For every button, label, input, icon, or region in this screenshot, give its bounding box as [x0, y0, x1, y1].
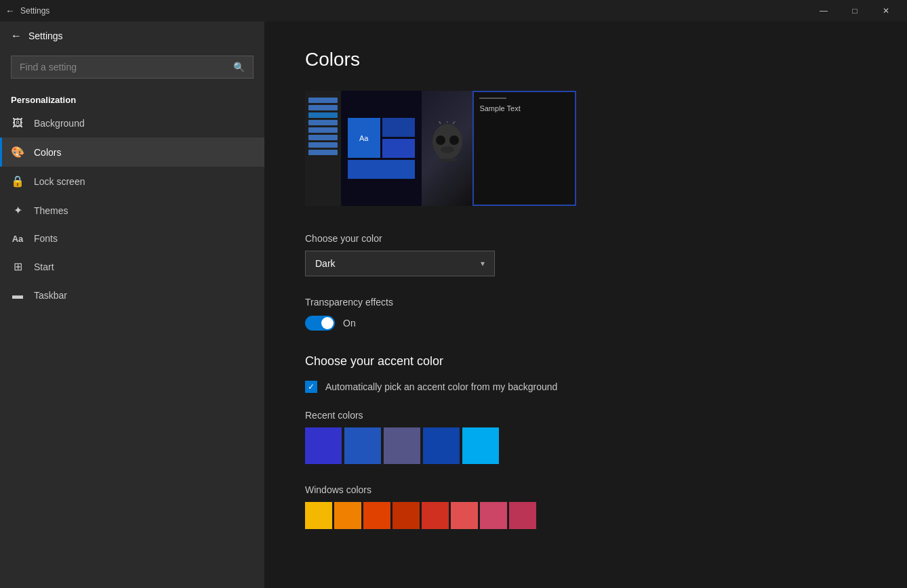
recent-colors-swatches	[305, 427, 866, 464]
sidebar-item-background[interactable]: 🖼 Background	[0, 109, 264, 138]
preview-line	[479, 98, 506, 99]
preview-inner: Aa	[305, 91, 576, 206]
app-body: ← Settings Find a setting 🔍 Personalizat…	[0, 22, 907, 588]
back-icon[interactable]: ←	[5, 5, 15, 16]
toggle-state-label: On	[343, 318, 356, 329]
tiles-grid: Aa	[348, 118, 415, 179]
transparency-toggle[interactable]	[305, 316, 335, 331]
sidebar-item-label-background: Background	[34, 118, 85, 129]
svg-point-2	[449, 135, 459, 145]
color-dropdown[interactable]: Dark ▾	[305, 251, 495, 276]
skull-svg	[427, 121, 468, 175]
sidebar-item-fonts[interactable]: Aa Fonts	[0, 225, 264, 252]
sidebar-item-label-start: Start	[34, 261, 54, 272]
recent-color-swatch-0[interactable]	[305, 427, 342, 464]
background-icon: 🖼	[11, 117, 24, 129]
color-dropdown-value: Dark	[315, 258, 336, 269]
search-box[interactable]: Find a setting 🔍	[11, 56, 254, 79]
page-title: Colors	[305, 49, 866, 70]
auto-pick-checkbox[interactable]: ✓	[305, 381, 317, 393]
sidebar-item-lock-screen[interactable]: 🔒 Lock screen	[0, 167, 264, 196]
search-input[interactable]: Find a setting	[20, 62, 228, 72]
auto-pick-checkbox-row[interactable]: ✓ Automatically pick an accent color fro…	[305, 381, 866, 393]
toggle-row: On	[305, 316, 866, 331]
svg-line-9	[453, 121, 457, 124]
tile-sm-2	[382, 139, 415, 158]
title-bar-controls: — □ ✕	[808, 0, 902, 22]
sidebar-section-label: Personalization	[0, 87, 264, 109]
preview-bar-8	[308, 150, 338, 155]
sidebar-item-label-themes: Themes	[34, 205, 68, 216]
windows-color-swatch-7[interactable]	[509, 502, 536, 529]
preview-bar-3	[308, 112, 338, 118]
sidebar-item-colors[interactable]: 🎨 Colors	[0, 138, 264, 167]
window-title: Settings	[20, 6, 49, 16]
sidebar-app-title: Settings	[28, 30, 63, 41]
windows-color-swatch-1[interactable]	[334, 502, 361, 529]
sidebar-back-button[interactable]: ← Settings	[0, 22, 264, 50]
tile-sm-1	[382, 118, 415, 137]
minimize-button[interactable]: —	[808, 0, 839, 22]
preview-area: Aa	[305, 91, 576, 206]
preview-tiles: Aa	[341, 91, 422, 206]
svg-rect-5	[438, 159, 457, 161]
svg-point-1	[436, 135, 445, 145]
back-arrow-icon: ←	[11, 30, 22, 42]
windows-color-swatch-5[interactable]	[451, 502, 478, 529]
windows-color-swatch-2[interactable]	[363, 502, 390, 529]
preview-bar-2	[308, 105, 338, 110]
sidebar-item-themes[interactable]: ✦ Themes	[0, 196, 264, 225]
windows-color-swatch-4[interactable]	[422, 502, 449, 529]
sidebar: ← Settings Find a setting 🔍 Personalizat…	[0, 22, 264, 588]
search-icon: 🔍	[233, 62, 245, 72]
lock-screen-icon: 🔒	[11, 175, 24, 188]
sidebar-item-label-lock: Lock screen	[34, 176, 85, 187]
svg-point-6	[441, 146, 454, 153]
accent-color-title: Choose your accent color	[305, 354, 866, 369]
colors-icon: 🎨	[11, 146, 24, 159]
themes-icon: ✦	[11, 204, 24, 217]
preview-sample-text: Sample Text	[479, 104, 520, 112]
sidebar-item-start[interactable]: ⊞ Start	[0, 252, 264, 281]
auto-pick-label: Automatically pick an accent color from …	[325, 381, 557, 392]
preview-sidebar-sim	[305, 91, 341, 206]
title-bar-left: ← Settings	[5, 5, 49, 16]
windows-color-swatch-6[interactable]	[480, 502, 507, 529]
windows-color-swatch-3[interactable]	[392, 502, 420, 529]
recent-colors-label: Recent colors	[305, 410, 866, 421]
svg-line-8	[446, 121, 447, 123]
dropdown-arrow-icon: ▾	[481, 259, 485, 268]
start-icon: ⊞	[11, 260, 24, 273]
fonts-icon: Aa	[11, 234, 24, 244]
sidebar-item-label-fonts: Fonts	[34, 233, 58, 244]
recent-color-swatch-1[interactable]	[344, 427, 381, 464]
tile-main: Aa	[348, 118, 380, 158]
recent-color-swatch-2[interactable]	[384, 427, 420, 464]
preview-right-panel: Sample Text	[472, 91, 576, 206]
choose-color-label: Choose your color	[305, 233, 866, 244]
preview-skull-area	[422, 91, 473, 206]
sidebar-item-taskbar[interactable]: ▬ Taskbar	[0, 281, 264, 310]
sidebar-item-label-colors: Colors	[34, 147, 61, 158]
preview-bar-7	[308, 142, 338, 148]
preview-bar-1	[308, 98, 338, 103]
taskbar-icon: ▬	[11, 289, 24, 301]
preview-bar-6	[308, 135, 338, 140]
preview-bar-5	[308, 127, 338, 133]
main-content: Colors Aa	[264, 22, 907, 588]
maximize-button[interactable]: □	[839, 0, 870, 22]
svg-line-7	[437, 121, 441, 124]
recent-color-swatch-4[interactable]	[462, 427, 499, 464]
tile-wide	[348, 160, 415, 179]
checkmark-icon: ✓	[308, 383, 315, 391]
preview-bar-4	[308, 120, 338, 125]
windows-color-swatches	[305, 502, 866, 529]
toggle-thumb	[321, 317, 334, 329]
sidebar-item-label-taskbar: Taskbar	[34, 290, 67, 301]
recent-color-swatch-3[interactable]	[423, 427, 460, 464]
windows-colors-label: Windows colors	[305, 484, 866, 495]
transparency-label: Transparency effects	[305, 297, 866, 308]
title-bar: ← Settings — □ ✕	[0, 0, 907, 22]
windows-color-swatch-0[interactable]	[305, 502, 332, 529]
close-button[interactable]: ✕	[870, 0, 902, 22]
